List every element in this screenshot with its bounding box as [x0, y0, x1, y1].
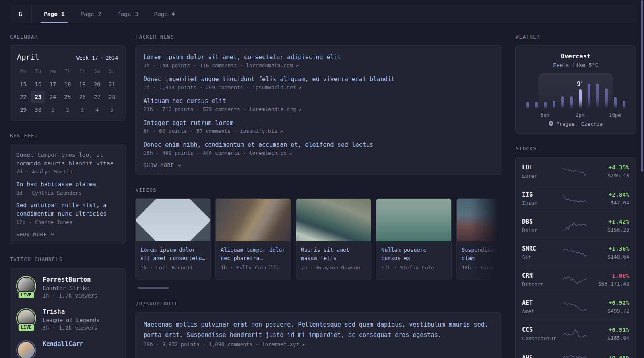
twitch-game[interactable]: Counter-Strike — [43, 285, 97, 291]
tab-page-3[interactable]: Page 3 — [117, 5, 138, 23]
stock-row[interactable]: LDILorem +4.35%$795.18 — [522, 158, 629, 185]
twitch-channel-name[interactable]: ForrestBurton — [43, 276, 97, 283]
calendar-weekday: Mo — [16, 64, 31, 78]
weather-location-row: Prague, Czechia — [522, 121, 629, 127]
calendar-weekday: Fr — [75, 64, 90, 78]
weather-header: WEATHER — [516, 34, 636, 40]
video-thumbnail[interactable] — [216, 199, 291, 241]
hn-item-title[interactable]: Integer eget rutrum lorem — [144, 119, 494, 127]
stock-row[interactable]: CCSConsectetur +0.51%$165.84 — [522, 320, 629, 347]
rss-item[interactable]: In hac habitasse platea 8d · Cynthia Sau… — [16, 180, 119, 196]
stock-row[interactable]: IIGIpsum +2.84%$42.04 — [522, 185, 629, 212]
tab-page-1[interactable]: Page 1 — [44, 5, 64, 23]
chevron-down-icon — [178, 164, 182, 167]
rss-item[interactable]: Donec tempor eros leo, ut commodo mauris… — [16, 151, 119, 175]
twitch-game[interactable]: League of Legends — [43, 317, 99, 323]
calendar-week-number: Week 17 — [76, 55, 98, 61]
video-title[interactable]: Aliquam tempor dolor nec pharetra… — [221, 246, 286, 263]
video-thumbnail[interactable] — [457, 199, 502, 241]
external-link-icon[interactable]: ↗ — [299, 106, 302, 112]
twitch-widget: TWITCH CHANNELS LIVE ForrestBurton Count… — [10, 256, 126, 358]
tab-page-2[interactable]: Page 2 — [80, 5, 101, 23]
external-link-icon[interactable]: ↗ — [289, 150, 292, 156]
stock-symbol[interactable]: AET — [522, 299, 560, 306]
rss-header: RSS FEED — [10, 132, 126, 138]
stock-symbol[interactable]: CCS — [522, 326, 560, 333]
external-link-icon[interactable]: ↗ — [295, 62, 299, 68]
video-title[interactable]: Suspendisse diam — [462, 246, 502, 263]
calendar-weekday: Sa — [90, 64, 105, 78]
stock-symbol[interactable]: IIG — [522, 191, 560, 198]
video-card[interactable]: Nullam posuere cursus ex 17h · Stefan Co… — [376, 198, 452, 280]
twitch-channel-name[interactable]: KendallCarr — [43, 340, 83, 348]
calendar-weekday: We — [45, 64, 60, 78]
rss-item-title[interactable]: Sed volutpat nulla nisl, a condimentum n… — [16, 201, 119, 218]
stock-symbol[interactable]: DBS — [522, 218, 560, 225]
calendar-day: 16 — [31, 78, 45, 91]
reddit-post-title[interactable]: Maecenas mollis pulvinar erat non posuer… — [144, 319, 494, 340]
weather-bar — [584, 84, 593, 109]
stock-row[interactable]: AHS +0.46% — [522, 347, 629, 358]
hn-show-more-button[interactable]: SHOW MORE — [144, 162, 494, 168]
hn-item-title[interactable]: Donec imperdiet augue tincidunt felis al… — [144, 75, 494, 84]
stock-sparkline — [563, 193, 587, 204]
hn-item-meta: 3h · 148 points · 116 comments · loremdo… — [144, 62, 293, 68]
twitch-channel-row[interactable]: KendallCarr — [16, 340, 119, 358]
rss-show-more-button[interactable]: SHOW MORE — [16, 232, 119, 237]
calendar-weekday: Tu — [31, 64, 45, 78]
video-thumbnail[interactable] — [296, 199, 371, 241]
stock-symbol[interactable]: CRN — [522, 272, 560, 279]
external-link-icon[interactable]: ↗ — [299, 84, 302, 90]
video-thumbnail[interactable] — [136, 199, 210, 241]
calendar-day: 15 — [16, 78, 31, 91]
right-column: WEATHER Overcast Feels like 5°C 9°6am2pm… — [515, 34, 636, 358]
twitch-channel-row[interactable]: LIVE Trisha League of Legends 3h · 1.2k … — [16, 308, 119, 331]
weather-bar — [602, 88, 611, 109]
hn-item-title[interactable]: Donec enim nibh, condimentum et accumsan… — [144, 140, 494, 149]
rss-item-title[interactable]: Donec tempor eros leo, ut commodo mauris… — [16, 151, 119, 168]
stock-name: Ipsum — [522, 200, 560, 206]
video-card[interactable]: Aliquam tempor dolor nec pharetra… 1h · … — [215, 198, 291, 280]
video-card[interactable]: Lorem ipsum dolor sit amet consectetu… 1… — [135, 198, 211, 280]
video-card[interactable]: Suspendisse diam 18h · Tara — [456, 198, 502, 280]
video-meta: 1h · Lori Barnett — [140, 265, 206, 270]
video-thumbnail[interactable] — [376, 199, 451, 241]
carousel-scrollbar[interactable] — [138, 287, 169, 289]
stock-symbol[interactable]: SNRC — [522, 245, 560, 252]
rss-item-title[interactable]: In hac habitasse platea — [16, 180, 119, 189]
hn-item: Lorem ipsum dolor sit amet, consectetur … — [144, 53, 494, 68]
external-link-icon[interactable]: ↗ — [301, 341, 305, 347]
hn-item-title[interactable]: Aliquam nec cursus elit — [144, 97, 494, 105]
stock-change: +0.92% — [607, 300, 629, 306]
twitch-channel-row[interactable]: LIVE ForrestBurton Counter-Strike 1h · 1… — [16, 276, 119, 299]
video-title[interactable]: Lorem ipsum dolor sit amet consectetu… — [140, 246, 206, 263]
twitch-channel-name[interactable]: Trisha — [43, 308, 99, 315]
video-title[interactable]: Mauris sit amet massa felis — [301, 246, 366, 263]
twitch-avatar — [16, 340, 36, 358]
stock-price: $165.84 — [607, 335, 629, 341]
stock-sparkline — [563, 220, 587, 232]
video-title[interactable]: Nullam posuere cursus ex — [381, 246, 446, 263]
app-logo[interactable]: G — [10, 5, 32, 23]
stock-price: $499.72 — [607, 308, 629, 314]
weather-widget: WEATHER Overcast Feels like 5°C 9°6am2pm… — [515, 34, 636, 134]
hn-item-title[interactable]: Lorem ipsum dolor sit amet, consectetur … — [144, 53, 494, 62]
stock-symbol[interactable]: LDI — [522, 164, 560, 171]
tab-page-4[interactable]: Page 4 — [154, 5, 175, 23]
stock-row[interactable]: SNRCSit +1.36%$148.64 — [522, 239, 629, 266]
stock-row[interactable]: CRNBitcorn -1.00%$66,171.48 — [522, 266, 629, 293]
video-card[interactable]: Mauris sit amet massa felis 7h · Grayson… — [296, 198, 371, 280]
hn-item-meta: 6h · 60 points · 57 comments · ipsumify.… — [144, 128, 277, 134]
page-scrollbar[interactable] — [641, 0, 643, 172]
stock-sparkline — [563, 353, 587, 358]
weather-bar — [619, 101, 628, 109]
weather-card: Overcast Feels like 5°C 9°6am2pm10pm Pra… — [515, 45, 636, 134]
stock-symbol[interactable]: AHS — [522, 354, 560, 358]
stock-row[interactable]: AETAmet +0.92%$499.72 — [522, 293, 629, 320]
weather-location: Prague, Czechia — [556, 121, 603, 127]
external-link-icon[interactable]: ↗ — [280, 128, 283, 134]
weather-axis-label: 2pm — [576, 112, 585, 118]
stock-price: $66,171.48 — [598, 281, 629, 287]
rss-item[interactable]: Sed volutpat nulla nisl, a condimentum n… — [16, 201, 119, 225]
stock-row[interactable]: DBSDolor +1.42%$156.28 — [522, 212, 629, 239]
